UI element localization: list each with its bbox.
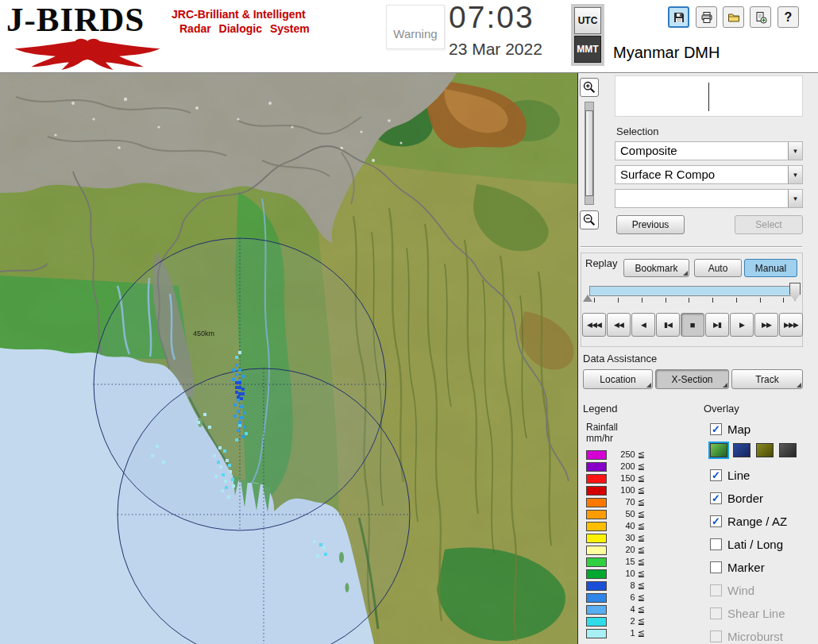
check-icon: ✓ xyxy=(712,424,720,434)
map-checkbox[interactable]: ✓ xyxy=(710,423,722,435)
legend-title: Legend xyxy=(583,403,617,415)
rewind-button[interactable]: ◀◀ xyxy=(607,313,631,337)
track-button[interactable]: Track xyxy=(731,369,803,389)
overlay-label: Line xyxy=(727,469,750,482)
help-button[interactable]: ? xyxy=(777,6,799,28)
overlay-label: Microburst xyxy=(727,630,783,643)
save-button[interactable] xyxy=(668,6,689,28)
microburst-checkbox xyxy=(710,631,722,642)
utc-button[interactable]: UTC xyxy=(574,7,601,34)
bookmark-button[interactable]: Bookmark xyxy=(623,259,689,277)
overlay-item-wind: Wind xyxy=(710,584,754,597)
track-button-label: Track xyxy=(755,374,779,385)
manual-mode-button[interactable]: Manual xyxy=(744,259,797,277)
legend-row: 15 ≦ xyxy=(586,557,645,567)
previous-button[interactable]: Previous xyxy=(616,215,685,234)
fast-rewind-button[interactable]: ◀◀◀ xyxy=(582,313,606,337)
data-assistance-label: Data Assistance xyxy=(583,353,657,364)
clock-date: 23 Mar 2022 xyxy=(449,40,542,59)
legend-scale-label: 30 ≦ xyxy=(610,533,645,543)
overlay-label: Range / AZ xyxy=(727,515,787,528)
zoom-out-button[interactable] xyxy=(580,210,599,229)
logo-title: J-BIRDS xyxy=(6,0,145,39)
range-az-checkbox[interactable]: ✓ xyxy=(710,515,722,527)
replay-timeline-track[interactable] xyxy=(589,286,795,296)
map-style-olive[interactable] xyxy=(756,443,774,457)
panel-divider xyxy=(581,246,802,248)
timeline-tick xyxy=(736,298,737,303)
legend-scale-label: 8 ≦ xyxy=(610,580,645,591)
product-dropdown-1[interactable]: Composite ▼ xyxy=(615,141,803,160)
legend-color-swatch xyxy=(586,581,607,591)
legend-row: 30 ≦ xyxy=(586,533,645,543)
legend-scale-label: 4 ≦ xyxy=(610,604,645,615)
play-reverse-button[interactable]: ◀ xyxy=(631,313,655,337)
overlay-title: Overlay xyxy=(704,403,739,415)
logo-tagline-1: JRC-Brilliant & Intelligent xyxy=(172,8,306,21)
logo-tagline-2: Radar Dialogic System xyxy=(179,22,310,35)
overlay-item-border: ✓ Border xyxy=(710,492,763,505)
select-button[interactable]: Select xyxy=(735,215,803,234)
eagle-logo-icon xyxy=(8,37,167,70)
line-checkbox[interactable]: ✓ xyxy=(710,469,722,481)
product-dropdown-3[interactable]: ▼ xyxy=(615,189,803,208)
play-button[interactable]: ▶ xyxy=(730,313,754,337)
menu-fold-icon xyxy=(797,383,801,388)
legend-row: 150 ≦ xyxy=(586,473,645,484)
stop-button[interactable]: ■ xyxy=(681,313,704,337)
step-forward-button[interactable]: ▶▮ xyxy=(705,313,729,337)
overlay-item-marker: Marker xyxy=(710,561,765,574)
legend-row: 50 ≦ xyxy=(586,509,645,519)
wind-checkbox xyxy=(710,584,722,596)
x-section-button[interactable]: X-Section xyxy=(655,369,729,389)
org-name: Myanmar DMH xyxy=(613,44,720,62)
menu-fold-icon xyxy=(646,383,651,388)
export-image-button[interactable] xyxy=(750,6,771,28)
timeline-tick xyxy=(712,298,713,303)
chevron-down-icon[interactable]: ▼ xyxy=(788,142,802,160)
lati-long-checkbox[interactable] xyxy=(710,538,722,550)
x-section-button-label: X-Section xyxy=(671,374,712,385)
product-dropdown-2[interactable]: Surface R Compo ▼ xyxy=(615,165,803,184)
legend-row: 1 ≦ xyxy=(586,628,645,638)
status-display-divider xyxy=(708,83,709,111)
mmt-button[interactable]: MMT xyxy=(574,36,601,63)
legend-color-swatch xyxy=(586,522,607,531)
print-button[interactable] xyxy=(696,6,717,28)
zoom-slider-thumb[interactable] xyxy=(585,110,593,196)
product-dropdown-2-value: Surface R Compo xyxy=(620,166,715,183)
check-icon: ✓ xyxy=(712,493,720,503)
location-button[interactable]: Location xyxy=(583,369,653,389)
map-style-dark[interactable] xyxy=(779,443,797,457)
replay-section-label: Replay xyxy=(585,257,617,269)
timeline-tick xyxy=(594,298,595,303)
overlay-label: Border xyxy=(727,492,763,505)
fast-forward-button[interactable]: ▶▶ xyxy=(754,313,778,337)
step-back-button[interactable]: ▮◀ xyxy=(656,313,680,337)
legend-row: 8 ≦ xyxy=(586,580,645,591)
legend-row: 6 ≦ xyxy=(586,592,645,603)
warning-indicator[interactable]: Warning xyxy=(386,5,445,49)
timeline-tick xyxy=(760,298,761,303)
chevron-down-icon[interactable]: ▼ xyxy=(788,190,802,207)
overlay-label: Shear Line xyxy=(727,607,785,620)
map-style-navy[interactable] xyxy=(733,443,750,457)
border-checkbox[interactable]: ✓ xyxy=(710,492,722,504)
overlay-item-shear-line: Shear Line xyxy=(710,607,785,620)
legend-unit-line2: mm/hr xyxy=(586,433,613,444)
radar-map-canvas[interactable]: 450km xyxy=(0,73,577,644)
legend-row: 40 ≦ xyxy=(586,521,645,531)
fastest-forward-button[interactable]: ▶▶▶ xyxy=(779,313,803,337)
marker-checkbox[interactable] xyxy=(710,561,722,573)
right-panel: Selection Composite ▼ Surface R Compo ▼ … xyxy=(577,73,818,644)
legend-scale-label: 1 ≦ xyxy=(610,628,645,638)
zoom-in-button[interactable] xyxy=(580,78,599,97)
map-style-terrain-green[interactable] xyxy=(710,443,727,457)
legend-row: 20 ≦ xyxy=(586,545,645,555)
legend-scale-label: 150 ≦ xyxy=(610,473,645,484)
legend-color-swatch xyxy=(586,569,607,579)
open-folder-button[interactable] xyxy=(723,6,744,28)
chevron-down-icon[interactable]: ▼ xyxy=(788,166,802,183)
auto-mode-button[interactable]: Auto xyxy=(694,259,742,277)
legend-row: 200 ≦ xyxy=(586,461,645,472)
